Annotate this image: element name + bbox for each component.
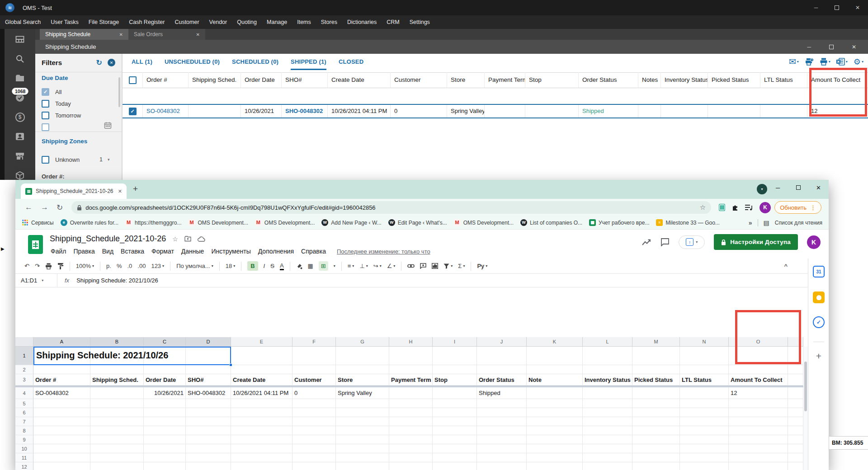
- status-tab-all-1[interactable]: ALL (1): [132, 58, 152, 70]
- col-header-K[interactable]: K: [527, 337, 583, 347]
- number-format-button[interactable]: 123▾: [151, 263, 164, 269]
- cell-B9[interactable]: [90, 435, 144, 444]
- cell-N5[interactable]: [680, 399, 729, 408]
- last-edit-link[interactable]: Последнее изменение: только что: [337, 248, 430, 255]
- paint-format-button[interactable]: [57, 263, 64, 269]
- decrease-decimals-button[interactable]: .0: [127, 263, 132, 269]
- collapse-toolbar-icon[interactable]: ^: [784, 263, 788, 269]
- cell-N7[interactable]: [680, 417, 729, 426]
- row-header-1[interactable]: 1: [15, 347, 33, 365]
- cell-N4[interactable]: [680, 387, 729, 399]
- cell-B12[interactable]: [90, 462, 144, 470]
- cell-K7[interactable]: [527, 417, 583, 426]
- row-header-8[interactable]: 8: [15, 426, 33, 435]
- filter-option-unknown-zone[interactable]: Unknown: [42, 155, 80, 164]
- cell-A6[interactable]: [33, 408, 90, 417]
- tab-shipping-schedule[interactable]: Shipping Schedule ✕: [40, 29, 128, 40]
- bold-button[interactable]: B: [247, 261, 258, 271]
- cell-B3[interactable]: Shipping Sched.: [90, 374, 144, 385]
- bookmark-сервисы[interactable]: Сервисы: [22, 219, 54, 226]
- column-header-sho[interactable]: SHO#: [282, 72, 328, 88]
- cell-O7[interactable]: [729, 417, 788, 426]
- status-tab-closed[interactable]: CLOSED: [339, 58, 363, 70]
- extension-doc-icon[interactable]: [719, 204, 725, 211]
- column-header-shipping-sched[interactable]: Shipping Sched.: [189, 72, 241, 88]
- cell-G6[interactable]: [336, 408, 389, 417]
- cell-I2[interactable]: [433, 365, 477, 374]
- cell-I11[interactable]: [433, 453, 477, 462]
- cell-D9[interactable]: [186, 435, 231, 444]
- close-tab-icon[interactable]: ✕: [118, 188, 122, 194]
- cell-M3[interactable]: Picked Status: [632, 374, 680, 385]
- cell-K12[interactable]: [527, 462, 583, 470]
- cell-F7[interactable]: [292, 417, 336, 426]
- functions-button[interactable]: Σ▾: [458, 263, 465, 269]
- cell-H6[interactable]: [389, 408, 433, 417]
- col-header-H[interactable]: H: [389, 337, 433, 347]
- col-header-L[interactable]: L: [583, 337, 632, 347]
- cell-K2[interactable]: [527, 365, 583, 374]
- column-header-customer[interactable]: Customer: [391, 72, 447, 88]
- cell-K3[interactable]: Note: [527, 374, 583, 385]
- media-list-icon[interactable]: [745, 204, 753, 211]
- sheets-menu-формат[interactable]: Формат: [148, 248, 178, 255]
- export-excel-button[interactable]: ▾: [836, 58, 848, 66]
- maximize-button[interactable]: [788, 180, 808, 195]
- format-percent-button[interactable]: %: [117, 263, 122, 269]
- sheets-menu-файл[interactable]: Файл: [47, 248, 70, 255]
- bookmark-star-icon[interactable]: ☆: [700, 203, 706, 212]
- cell-H7[interactable]: [389, 417, 433, 426]
- cell-J4[interactable]: Shipped: [477, 387, 527, 399]
- text-wrap-button[interactable]: ↪▾: [373, 263, 382, 269]
- cell-L11[interactable]: [583, 453, 632, 462]
- bookmark-oms-development[interactable]: MOMS Development...: [188, 219, 248, 226]
- cell-G1[interactable]: [336, 347, 389, 365]
- cell-D8[interactable]: [186, 426, 231, 435]
- column-header-store[interactable]: Store: [447, 72, 485, 88]
- cell-O5[interactable]: [729, 399, 788, 408]
- bookmark-oms-development[interactable]: MOMS Development...: [255, 219, 315, 226]
- cell-O11[interactable]: [729, 453, 788, 462]
- cell-N2[interactable]: [680, 365, 729, 374]
- cell-L10[interactable]: [583, 444, 632, 453]
- cell-C8[interactable]: [144, 426, 186, 435]
- bookmark-edit-page-what-s[interactable]: WEdit Page ‹ What's...: [388, 219, 447, 226]
- grid-scrollbar[interactable]: [803, 347, 808, 470]
- cell-K6[interactable]: [527, 408, 583, 417]
- cell-F10[interactable]: [292, 444, 336, 453]
- column-header-order-status[interactable]: Order Status: [579, 72, 638, 88]
- browser-menu-icon[interactable]: ⋮: [810, 204, 816, 211]
- filter-option-tomorrow[interactable]: Tomorrow: [42, 111, 81, 120]
- bookmark-milestone-33-goo[interactable]: ≡Milestone 33 — Goo...: [656, 219, 719, 226]
- oms-menu-manage[interactable]: Manage: [262, 15, 292, 29]
- cell-C10[interactable]: [144, 444, 186, 453]
- oms-menu-dictionaries[interactable]: Dictionaries: [342, 15, 382, 29]
- bookmark-https-themgggro[interactable]: Mhttps://themgggro...: [125, 219, 181, 226]
- col-header-N[interactable]: N: [680, 337, 729, 347]
- cell-O3[interactable]: Amount To Collect: [729, 374, 788, 385]
- back-button[interactable]: ←: [25, 203, 33, 212]
- email-button[interactable]: ✉▾: [789, 57, 799, 66]
- profile-chip-icon[interactable]: ▾: [757, 184, 767, 194]
- cell-J5[interactable]: [477, 399, 527, 408]
- money-icon[interactable]: $: [15, 112, 25, 122]
- inner-minimize-button[interactable]: ─: [807, 44, 811, 50]
- row-header-3[interactable]: 3: [15, 374, 33, 385]
- refresh-filters-icon[interactable]: ↻: [96, 58, 102, 67]
- cell-H5[interactable]: [389, 399, 433, 408]
- cell-B6[interactable]: [90, 408, 144, 417]
- cell-J9[interactable]: [477, 435, 527, 444]
- maximize-button[interactable]: [826, 0, 847, 15]
- comments-icon[interactable]: [660, 238, 670, 246]
- cell-A11[interactable]: [33, 453, 90, 462]
- oms-menu-global-search[interactable]: Global Search: [0, 15, 46, 29]
- cell-I12[interactable]: [433, 462, 477, 470]
- oms-menu-stores[interactable]: Stores: [316, 15, 342, 29]
- oms-menu-user-tasks[interactable]: User Tasks: [46, 15, 84, 29]
- panel-expander-icon[interactable]: ▶: [1, 246, 5, 251]
- sheets-logo[interactable]: [28, 235, 43, 254]
- reload-button[interactable]: ↻: [57, 203, 63, 212]
- cell-F3[interactable]: Customer: [292, 374, 336, 385]
- cell-I4[interactable]: [433, 387, 477, 399]
- name-box[interactable]: A1:D1 ▾: [15, 277, 57, 284]
